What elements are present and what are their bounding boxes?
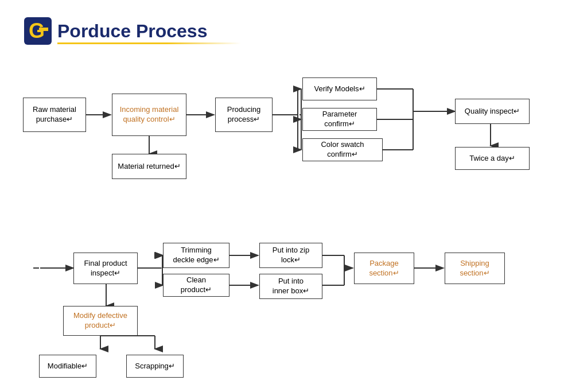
color-swatch-label: Color swatch confirm↵ xyxy=(306,140,379,160)
twice-a-day-box: Twice a day↵ xyxy=(455,147,530,170)
put-inner-label: Put intoinner box↵ xyxy=(273,277,309,296)
quality-inspect-label: Quality inspect↵ xyxy=(465,107,520,117)
parameter-confirm-label: Parameter confirm↵ xyxy=(306,110,373,129)
verify-models-label: Verify Models↵ xyxy=(314,84,365,94)
final-product-label: Final productinspect↵ xyxy=(84,259,127,278)
modify-defective-box: Modify defectiveproduct↵ xyxy=(63,306,138,336)
package-label: Packagesection↵ xyxy=(369,259,399,278)
color-swatch-box: Color swatch confirm↵ xyxy=(302,138,383,161)
put-inner-box: Put intoinner box↵ xyxy=(259,274,322,299)
shipping-label: Shippingsection↵ xyxy=(460,259,489,278)
put-zip-box: Put into ziplock↵ xyxy=(259,243,322,268)
raw-material-label: Raw materialpurchase↵ xyxy=(33,105,76,125)
material-returned-box: Material returned↵ xyxy=(112,154,186,179)
parameter-confirm-box: Parameter confirm↵ xyxy=(302,108,377,131)
final-product-box: Final productinspect↵ xyxy=(73,253,138,284)
scrapping-box: Scrapping↵ xyxy=(126,355,184,378)
modify-defective-label: Modify defectiveproduct↵ xyxy=(73,311,127,331)
quality-inspect-box: Quality inspect↵ xyxy=(455,99,530,124)
verify-models-box: Verify Models↵ xyxy=(302,77,377,100)
package-box: Packagesection↵ xyxy=(354,253,414,284)
incoming-material-box: Incoming materialquality control↵ xyxy=(112,94,186,136)
put-zip-label: Put into ziplock↵ xyxy=(273,246,309,265)
raw-material-box: Raw materialpurchase↵ xyxy=(23,98,86,132)
incoming-material-label: Incoming materialquality control↵ xyxy=(120,105,179,125)
logo-area: G Porduce Process xyxy=(23,16,207,46)
logo-icon: G xyxy=(23,16,53,46)
producing-label: Producingprocess↵ xyxy=(227,105,261,125)
clean-product-box: Cleanproduct↵ xyxy=(163,274,229,297)
shipping-box: Shippingsection↵ xyxy=(445,253,505,284)
trimming-box: Trimmingdeckle edge↵ xyxy=(163,243,229,268)
twice-a-day-label: Twice a day↵ xyxy=(469,154,515,164)
material-returned-label: Material returned↵ xyxy=(118,162,180,172)
modifiable-label: Modifiable↵ xyxy=(48,362,88,371)
scrapping-label: Scrapping↵ xyxy=(135,362,175,371)
modifiable-box: Modifiable↵ xyxy=(39,355,96,378)
producing-box: Producingprocess↵ xyxy=(215,98,273,132)
logo-underline xyxy=(57,42,241,44)
logo-text: Porduce Process xyxy=(57,21,207,41)
svg-rect-2 xyxy=(39,28,48,31)
clean-product-label: Cleanproduct↵ xyxy=(181,275,212,295)
trimming-label: Trimmingdeckle edge↵ xyxy=(173,246,219,265)
